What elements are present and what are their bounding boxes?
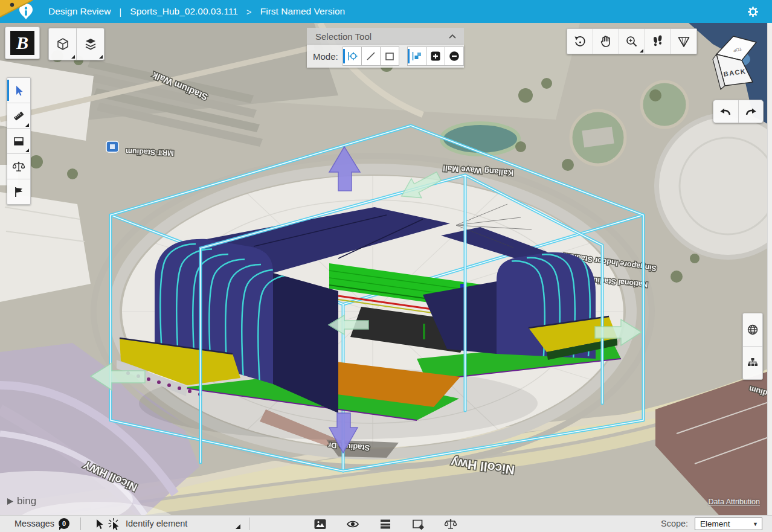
section-tool-button[interactable] [7, 129, 30, 154]
markup-flag-icon [12, 185, 25, 199]
globe-background-map-icon [746, 323, 759, 336]
markup-flag-button[interactable] [7, 179, 30, 204]
add-selection-button[interactable] [426, 46, 445, 66]
flyout-indicator [640, 49, 643, 53]
flyout-indicator [71, 55, 75, 59]
selection-action-group [408, 46, 464, 66]
mode-pick-button[interactable] [343, 46, 362, 66]
flyout-indicator [25, 123, 29, 127]
pan-view-button[interactable] [593, 29, 619, 54]
scope-value: Element [700, 519, 730, 528]
rotate-view-icon [573, 34, 587, 49]
divider [80, 518, 81, 530]
yellow-corner-note-icon[interactable] [0, 0, 34, 18]
status-bar: Messages 0 Identify element [0, 515, 772, 532]
road-label: MRT-Stadium [126, 147, 174, 158]
data-attribution-link[interactable]: Data Attribution [709, 498, 760, 506]
section-clip-icon [12, 135, 25, 148]
view-navigation-toolbar [567, 28, 697, 54]
settings-gear-icon[interactable] [747, 6, 759, 18]
measure-tool-button[interactable] [7, 103, 30, 129]
zoom-tool-button[interactable] [619, 29, 645, 54]
flyout-indicator [25, 149, 29, 152]
compare-scales-icon[interactable] [444, 518, 457, 531]
selection-mode-group [343, 46, 399, 66]
flyout-indicator [99, 55, 103, 59]
history-group [713, 100, 764, 123]
compare-scales-icon [12, 160, 25, 173]
snap-sparkle-icon [108, 518, 120, 531]
active-indicator [343, 49, 345, 63]
subtract-minus-icon [448, 50, 460, 62]
app-header: Design Review | Sports_Hub_02.00.03.111 … [0, 0, 772, 23]
right-tools-group [742, 313, 763, 380]
rotate-view-button[interactable] [567, 29, 593, 54]
bing-logo-text: bing [17, 495, 36, 507]
mode-label: Mode: [313, 51, 338, 62]
viewport-canvas[interactable]: Stadium Walk MRT-Stadium Kallang Wave Ma… [0, 23, 772, 515]
mrt-station-icon-glyph [110, 144, 115, 149]
replace-selection-icon [411, 50, 423, 62]
background-map-image-icon[interactable] [314, 518, 327, 531]
selection-tool-header[interactable]: Selection Tool [307, 28, 464, 45]
select-arrow-icon [12, 84, 25, 97]
background-map-button[interactable] [743, 313, 762, 347]
visibility-eye-icon[interactable] [346, 518, 359, 531]
walk-tool-button[interactable] [645, 29, 671, 54]
viewport-settings-icon[interactable] [411, 518, 425, 531]
fit-view-icon [677, 34, 691, 49]
replace-selection-button[interactable] [407, 46, 426, 66]
bing-chevron-icon [6, 498, 14, 505]
redo-button[interactable] [739, 100, 764, 123]
selection-tool-panel: Selection Tool Mode: [307, 28, 464, 68]
pan-hand-icon [599, 34, 613, 49]
section-planes-icon[interactable] [379, 518, 392, 531]
mode-line-button[interactable] [361, 46, 381, 66]
prompt-flyout-indicator[interactable] [236, 524, 240, 529]
undo-arrow-icon [719, 106, 732, 118]
dropdown-caret-icon: ▼ [753, 521, 758, 527]
selection-tool-title: Selection Tool [315, 31, 447, 42]
breadcrumb-separator: > [246, 7, 252, 17]
chevron-up-icon[interactable] [447, 32, 458, 40]
view-cube-wireframe-icon [56, 37, 70, 51]
right-scroll-strip[interactable] [767, 23, 772, 515]
mode-box-button[interactable] [380, 46, 399, 66]
selection-tool-body: Mode: [307, 45, 464, 68]
scope-select[interactable]: Element ▼ [695, 518, 762, 530]
model-tree-button[interactable] [743, 347, 762, 379]
title-divider: | [119, 7, 121, 17]
view-tools-group [48, 28, 105, 60]
breadcrumb-version-name[interactable]: First Named Version [260, 6, 345, 17]
left-toolbar [7, 77, 31, 205]
bentley-logo: B [10, 31, 34, 55]
divider [249, 518, 249, 530]
compare-tool-button[interactable] [7, 154, 30, 179]
tool-prompt: Identify element [126, 519, 187, 528]
view-cube[interactable]: BACK TOP [707, 30, 767, 91]
redo-arrow-icon [744, 106, 758, 118]
bing-logo[interactable]: bing [6, 495, 36, 507]
view-mode-button[interactable] [49, 28, 76, 60]
app-title: Design Review [48, 6, 111, 17]
add-plus-icon [429, 50, 442, 62]
fit-view-button[interactable] [671, 29, 696, 54]
line-select-icon [365, 50, 377, 62]
model-tree-icon [746, 356, 759, 370]
active-indicator [7, 80, 9, 101]
scope-label: Scope: [661, 519, 688, 528]
design-review-app: Stadium Walk MRT-Stadium Kallang Wave Ma… [0, 0, 772, 532]
undo-button[interactable] [713, 100, 739, 123]
messages-label[interactable]: Messages [14, 519, 54, 528]
box-select-icon [384, 50, 396, 62]
zoom-magnifier-icon [625, 34, 639, 49]
active-indicator [408, 49, 410, 63]
subtract-selection-button[interactable] [445, 46, 464, 66]
breadcrumb-model-name[interactable]: Sports_Hub_02.00.03.111 [130, 6, 238, 17]
layers-icon [83, 37, 98, 51]
bentley-logo-button[interactable]: B [5, 27, 40, 59]
layers-button[interactable] [77, 28, 104, 60]
walk-footprints-icon [651, 34, 665, 49]
select-tool-button[interactable] [7, 78, 30, 103]
pointer-cursor-icon [94, 518, 105, 530]
